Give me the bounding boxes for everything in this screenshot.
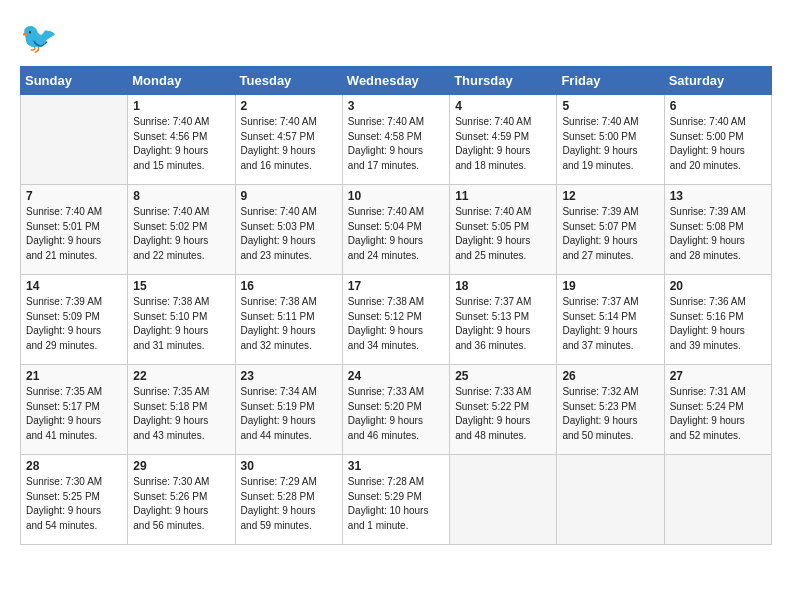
day-info: Sunrise: 7:35 AM Sunset: 5:18 PM Dayligh… — [133, 385, 229, 443]
day-number: 7 — [26, 189, 122, 203]
calendar-header-row: SundayMondayTuesdayWednesdayThursdayFrid… — [21, 67, 772, 95]
day-number: 22 — [133, 369, 229, 383]
day-info: Sunrise: 7:33 AM Sunset: 5:22 PM Dayligh… — [455, 385, 551, 443]
logo-icon: 🐦 — [20, 20, 56, 56]
day-number: 9 — [241, 189, 337, 203]
calendar-cell: 26Sunrise: 7:32 AM Sunset: 5:23 PM Dayli… — [557, 365, 664, 455]
day-number: 15 — [133, 279, 229, 293]
calendar-cell: 9Sunrise: 7:40 AM Sunset: 5:03 PM Daylig… — [235, 185, 342, 275]
calendar-cell — [450, 455, 557, 545]
column-header-friday: Friday — [557, 67, 664, 95]
day-info: Sunrise: 7:39 AM Sunset: 5:09 PM Dayligh… — [26, 295, 122, 353]
day-info: Sunrise: 7:40 AM Sunset: 4:56 PM Dayligh… — [133, 115, 229, 173]
day-number: 10 — [348, 189, 444, 203]
calendar-cell: 27Sunrise: 7:31 AM Sunset: 5:24 PM Dayli… — [664, 365, 771, 455]
calendar-cell: 29Sunrise: 7:30 AM Sunset: 5:26 PM Dayli… — [128, 455, 235, 545]
calendar-cell — [21, 95, 128, 185]
day-info: Sunrise: 7:40 AM Sunset: 5:01 PM Dayligh… — [26, 205, 122, 263]
day-info: Sunrise: 7:37 AM Sunset: 5:13 PM Dayligh… — [455, 295, 551, 353]
day-info: Sunrise: 7:30 AM Sunset: 5:26 PM Dayligh… — [133, 475, 229, 533]
calendar-cell: 18Sunrise: 7:37 AM Sunset: 5:13 PM Dayli… — [450, 275, 557, 365]
day-number: 17 — [348, 279, 444, 293]
calendar-cell: 1Sunrise: 7:40 AM Sunset: 4:56 PM Daylig… — [128, 95, 235, 185]
day-info: Sunrise: 7:40 AM Sunset: 4:57 PM Dayligh… — [241, 115, 337, 173]
day-info: Sunrise: 7:40 AM Sunset: 4:59 PM Dayligh… — [455, 115, 551, 173]
day-number: 19 — [562, 279, 658, 293]
calendar-cell: 20Sunrise: 7:36 AM Sunset: 5:16 PM Dayli… — [664, 275, 771, 365]
column-header-thursday: Thursday — [450, 67, 557, 95]
calendar-cell: 14Sunrise: 7:39 AM Sunset: 5:09 PM Dayli… — [21, 275, 128, 365]
day-number: 12 — [562, 189, 658, 203]
day-info: Sunrise: 7:40 AM Sunset: 5:04 PM Dayligh… — [348, 205, 444, 263]
day-number: 3 — [348, 99, 444, 113]
day-info: Sunrise: 7:40 AM Sunset: 5:00 PM Dayligh… — [562, 115, 658, 173]
calendar-cell: 7Sunrise: 7:40 AM Sunset: 5:01 PM Daylig… — [21, 185, 128, 275]
day-info: Sunrise: 7:39 AM Sunset: 5:07 PM Dayligh… — [562, 205, 658, 263]
day-number: 1 — [133, 99, 229, 113]
day-info: Sunrise: 7:34 AM Sunset: 5:19 PM Dayligh… — [241, 385, 337, 443]
day-number: 20 — [670, 279, 766, 293]
day-info: Sunrise: 7:40 AM Sunset: 5:02 PM Dayligh… — [133, 205, 229, 263]
column-header-tuesday: Tuesday — [235, 67, 342, 95]
day-info: Sunrise: 7:28 AM Sunset: 5:29 PM Dayligh… — [348, 475, 444, 533]
svg-text:🐦: 🐦 — [20, 20, 56, 56]
calendar-table: SundayMondayTuesdayWednesdayThursdayFrid… — [20, 66, 772, 545]
day-number: 2 — [241, 99, 337, 113]
column-header-monday: Monday — [128, 67, 235, 95]
calendar-cell: 11Sunrise: 7:40 AM Sunset: 5:05 PM Dayli… — [450, 185, 557, 275]
calendar-cell: 3Sunrise: 7:40 AM Sunset: 4:58 PM Daylig… — [342, 95, 449, 185]
calendar-cell: 15Sunrise: 7:38 AM Sunset: 5:10 PM Dayli… — [128, 275, 235, 365]
day-info: Sunrise: 7:33 AM Sunset: 5:20 PM Dayligh… — [348, 385, 444, 443]
calendar-cell — [664, 455, 771, 545]
day-info: Sunrise: 7:35 AM Sunset: 5:17 PM Dayligh… — [26, 385, 122, 443]
day-info: Sunrise: 7:31 AM Sunset: 5:24 PM Dayligh… — [670, 385, 766, 443]
calendar-cell: 10Sunrise: 7:40 AM Sunset: 5:04 PM Dayli… — [342, 185, 449, 275]
day-number: 23 — [241, 369, 337, 383]
day-info: Sunrise: 7:38 AM Sunset: 5:10 PM Dayligh… — [133, 295, 229, 353]
calendar-cell: 28Sunrise: 7:30 AM Sunset: 5:25 PM Dayli… — [21, 455, 128, 545]
calendar-cell: 16Sunrise: 7:38 AM Sunset: 5:11 PM Dayli… — [235, 275, 342, 365]
day-info: Sunrise: 7:29 AM Sunset: 5:28 PM Dayligh… — [241, 475, 337, 533]
day-info: Sunrise: 7:36 AM Sunset: 5:16 PM Dayligh… — [670, 295, 766, 353]
logo: 🐦 — [20, 20, 60, 56]
day-number: 30 — [241, 459, 337, 473]
page-header: 🐦 — [20, 20, 772, 56]
calendar-cell: 23Sunrise: 7:34 AM Sunset: 5:19 PM Dayli… — [235, 365, 342, 455]
week-row-3: 14Sunrise: 7:39 AM Sunset: 5:09 PM Dayli… — [21, 275, 772, 365]
calendar-cell — [557, 455, 664, 545]
day-number: 6 — [670, 99, 766, 113]
calendar-cell: 2Sunrise: 7:40 AM Sunset: 4:57 PM Daylig… — [235, 95, 342, 185]
day-number: 18 — [455, 279, 551, 293]
day-number: 27 — [670, 369, 766, 383]
calendar-cell: 4Sunrise: 7:40 AM Sunset: 4:59 PM Daylig… — [450, 95, 557, 185]
calendar-cell: 30Sunrise: 7:29 AM Sunset: 5:28 PM Dayli… — [235, 455, 342, 545]
day-number: 21 — [26, 369, 122, 383]
week-row-2: 7Sunrise: 7:40 AM Sunset: 5:01 PM Daylig… — [21, 185, 772, 275]
day-number: 25 — [455, 369, 551, 383]
day-number: 14 — [26, 279, 122, 293]
day-number: 29 — [133, 459, 229, 473]
column-header-saturday: Saturday — [664, 67, 771, 95]
week-row-4: 21Sunrise: 7:35 AM Sunset: 5:17 PM Dayli… — [21, 365, 772, 455]
calendar-cell: 17Sunrise: 7:38 AM Sunset: 5:12 PM Dayli… — [342, 275, 449, 365]
calendar-cell: 31Sunrise: 7:28 AM Sunset: 5:29 PM Dayli… — [342, 455, 449, 545]
day-info: Sunrise: 7:37 AM Sunset: 5:14 PM Dayligh… — [562, 295, 658, 353]
calendar-cell: 24Sunrise: 7:33 AM Sunset: 5:20 PM Dayli… — [342, 365, 449, 455]
day-info: Sunrise: 7:40 AM Sunset: 4:58 PM Dayligh… — [348, 115, 444, 173]
calendar-cell: 12Sunrise: 7:39 AM Sunset: 5:07 PM Dayli… — [557, 185, 664, 275]
day-info: Sunrise: 7:40 AM Sunset: 5:03 PM Dayligh… — [241, 205, 337, 263]
day-number: 26 — [562, 369, 658, 383]
calendar-cell: 22Sunrise: 7:35 AM Sunset: 5:18 PM Dayli… — [128, 365, 235, 455]
day-info: Sunrise: 7:40 AM Sunset: 5:00 PM Dayligh… — [670, 115, 766, 173]
day-number: 11 — [455, 189, 551, 203]
week-row-1: 1Sunrise: 7:40 AM Sunset: 4:56 PM Daylig… — [21, 95, 772, 185]
day-info: Sunrise: 7:39 AM Sunset: 5:08 PM Dayligh… — [670, 205, 766, 263]
day-number: 13 — [670, 189, 766, 203]
day-number: 16 — [241, 279, 337, 293]
calendar-cell: 21Sunrise: 7:35 AM Sunset: 5:17 PM Dayli… — [21, 365, 128, 455]
day-number: 31 — [348, 459, 444, 473]
column-header-wednesday: Wednesday — [342, 67, 449, 95]
calendar-cell: 25Sunrise: 7:33 AM Sunset: 5:22 PM Dayli… — [450, 365, 557, 455]
day-number: 4 — [455, 99, 551, 113]
day-info: Sunrise: 7:38 AM Sunset: 5:12 PM Dayligh… — [348, 295, 444, 353]
